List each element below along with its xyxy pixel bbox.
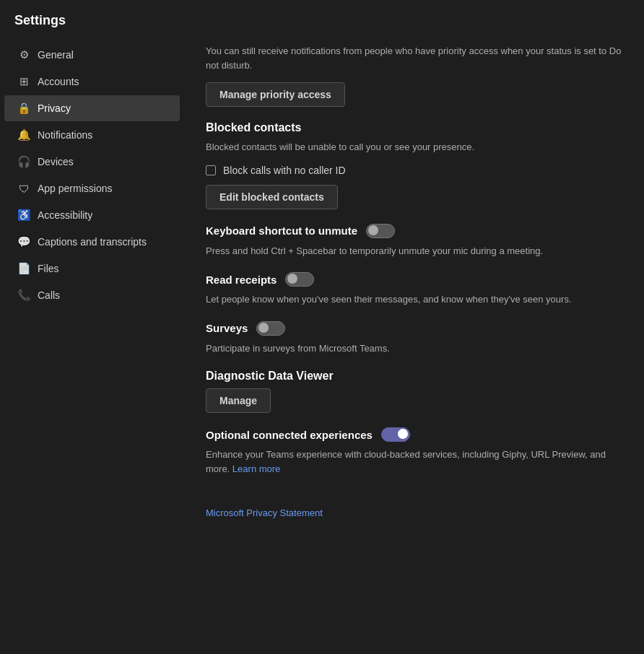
read-receipts-heading: Read receipts (206, 274, 277, 286)
sidebar-item-general[interactable]: ⚙ General (4, 42, 180, 68)
devices-icon: 🎧 (17, 155, 30, 168)
surveys-toggle-row: Surveys (206, 321, 622, 336)
accessibility-icon: ♿ (17, 209, 30, 222)
sidebar-label-captions: Captions and transcripts (38, 236, 147, 248)
surveys-description: Participate in surveys from Microsoft Te… (206, 341, 622, 356)
block-caller-id-row: Block calls with no caller ID (206, 165, 622, 176)
blocked-contacts-heading: Blocked contacts (206, 121, 622, 134)
read-receipts-section: Read receipts Let people know when you'v… (206, 272, 622, 307)
sidebar-label-accessibility: Accessibility (38, 209, 92, 221)
notifications-icon: 🔔 (17, 128, 30, 141)
sidebar: ⚙ General ⊞ Accounts 🔒 Privacy 🔔 Notific… (0, 37, 184, 654)
sidebar-item-privacy[interactable]: 🔒 Privacy (4, 95, 180, 121)
optional-experiences-toggle-row: Optional connected experiences (206, 427, 622, 442)
edit-blocked-contacts-button[interactable]: Edit blocked contacts (206, 185, 338, 209)
surveys-section: Surveys Participate in surveys from Micr… (206, 321, 622, 356)
priority-access-section: You can still receive notifications from… (206, 44, 622, 107)
surveys-toggle[interactable] (256, 321, 285, 336)
read-receipts-description: Let people know when you've seen their m… (206, 292, 622, 307)
sidebar-label-app-permissions: App permissions (38, 183, 113, 194)
sidebar-label-accounts: Accounts (38, 76, 79, 87)
sidebar-label-devices: Devices (38, 156, 74, 167)
block-caller-id-checkbox[interactable] (206, 165, 216, 175)
sidebar-label-notifications: Notifications (38, 129, 92, 141)
sidebar-item-accessibility[interactable]: ♿ Accessibility (4, 202, 180, 228)
optional-experiences-toggle[interactable] (381, 427, 410, 442)
privacy-icon: 🔒 (17, 102, 30, 115)
blocked-contacts-description: Blocked contacts will be unable to call … (206, 140, 622, 154)
sidebar-item-captions[interactable]: 💬 Captions and transcripts (4, 229, 180, 255)
app-title: Settings (0, 0, 644, 37)
diagnostic-section: Diagnostic Data Viewer Manage (206, 370, 622, 413)
sidebar-item-accounts[interactable]: ⊞ Accounts (4, 69, 180, 95)
optional-experiences-heading: Optional connected experiences (206, 429, 373, 441)
keyboard-shortcut-description: Press and hold Ctrl + Spacebar to tempor… (206, 244, 622, 258)
read-receipts-toggle-row: Read receipts (206, 272, 622, 287)
sidebar-item-calls[interactable]: 📞 Calls (4, 282, 180, 308)
sidebar-label-privacy: Privacy (38, 103, 71, 114)
manage-priority-access-button[interactable]: Manage priority access (206, 82, 345, 107)
keyboard-shortcut-heading: Keyboard shortcut to unmute (206, 224, 357, 237)
accounts-icon: ⊞ (17, 75, 30, 88)
files-icon: 📄 (17, 262, 30, 275)
keyboard-shortcut-toggle-row: Keyboard shortcut to unmute (206, 224, 622, 238)
sidebar-item-notifications[interactable]: 🔔 Notifications (4, 122, 180, 148)
sidebar-item-files[interactable]: 📄 Files (4, 256, 180, 282)
calls-icon: 📞 (17, 289, 30, 302)
read-receipts-toggle[interactable] (285, 272, 314, 287)
keyboard-shortcut-toggle[interactable] (366, 224, 395, 238)
main-content: You can still receive notifications from… (184, 37, 644, 654)
priority-access-description: You can still receive notifications from… (206, 44, 622, 72)
learn-more-link[interactable]: Learn more (232, 463, 280, 474)
privacy-statement-link[interactable]: Microsoft Privacy Statement (206, 507, 323, 518)
diagnostic-heading: Diagnostic Data Viewer (206, 370, 622, 383)
captions-icon: 💬 (17, 235, 30, 248)
optional-experiences-description: Enhance your Teams experience with cloud… (206, 448, 622, 476)
app-permissions-icon: 🛡 (17, 182, 30, 195)
surveys-heading: Surveys (206, 322, 248, 334)
sidebar-item-app-permissions[interactable]: 🛡 App permissions (4, 175, 180, 201)
sidebar-item-devices[interactable]: 🎧 Devices (4, 149, 180, 175)
optional-experiences-section: Optional connected experiences Enhance y… (206, 427, 622, 476)
general-icon: ⚙ (17, 48, 30, 61)
block-caller-id-label: Block calls with no caller ID (223, 165, 346, 176)
blocked-contacts-section: Blocked contacts Blocked contacts will b… (206, 121, 622, 209)
sidebar-label-calls: Calls (38, 289, 60, 301)
sidebar-label-files: Files (38, 263, 59, 274)
keyboard-shortcut-section: Keyboard shortcut to unmute Press and ho… (206, 224, 622, 258)
diagnostic-manage-button[interactable]: Manage (206, 388, 271, 413)
sidebar-label-general: General (38, 49, 74, 61)
